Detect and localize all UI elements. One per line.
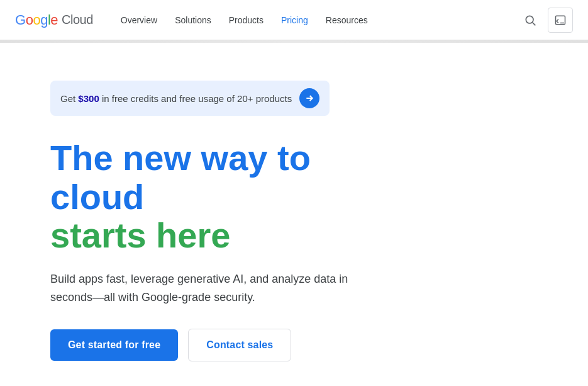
arrow-right-icon xyxy=(304,93,314,103)
cloud-shell-button[interactable] xyxy=(548,8,573,33)
google-logo: Google Cloud xyxy=(15,12,93,28)
svg-line-1 xyxy=(533,22,536,25)
terminal-icon xyxy=(555,14,566,26)
hero-line1: The new way to cloud xyxy=(50,139,390,216)
get-started-button[interactable]: Get started for free xyxy=(50,329,178,361)
main-content: Get $300 in free credits and free usage … xyxy=(0,43,440,386)
hero-buttons: Get started for free Contact sales xyxy=(50,329,390,361)
nav-solutions[interactable]: Solutions xyxy=(167,10,219,30)
hero-heading: The new way to cloud starts here xyxy=(50,139,390,255)
promo-text: Get $300 in free credits and free usage … xyxy=(60,93,292,104)
logo-area: Google Cloud xyxy=(15,12,93,28)
nav-actions xyxy=(518,8,573,33)
search-icon xyxy=(524,14,536,26)
hero-subtext: Build apps fast, leverage generative AI,… xyxy=(50,270,365,307)
navbar: Google Cloud Overview Solutions Products… xyxy=(0,0,588,40)
search-button[interactable] xyxy=(518,8,543,33)
promo-banner[interactable]: Get $300 in free credits and free usage … xyxy=(50,81,330,116)
promo-arrow-button[interactable] xyxy=(299,88,319,108)
nav-resources[interactable]: Resources xyxy=(318,10,375,30)
contact-sales-button[interactable]: Contact sales xyxy=(188,329,291,361)
nav-overview[interactable]: Overview xyxy=(113,10,165,30)
svg-point-0 xyxy=(526,16,533,23)
nav-products[interactable]: Products xyxy=(221,10,271,30)
nav-pricing[interactable]: Pricing xyxy=(274,10,316,30)
nav-links: Overview Solutions Products Pricing Reso… xyxy=(113,10,518,30)
promo-highlight: $300 xyxy=(78,93,99,104)
cloud-label: Cloud xyxy=(62,13,93,27)
hero-line2: starts here xyxy=(50,216,390,255)
promo-suffix: in free credits and free usage of 20+ pr… xyxy=(102,93,292,104)
